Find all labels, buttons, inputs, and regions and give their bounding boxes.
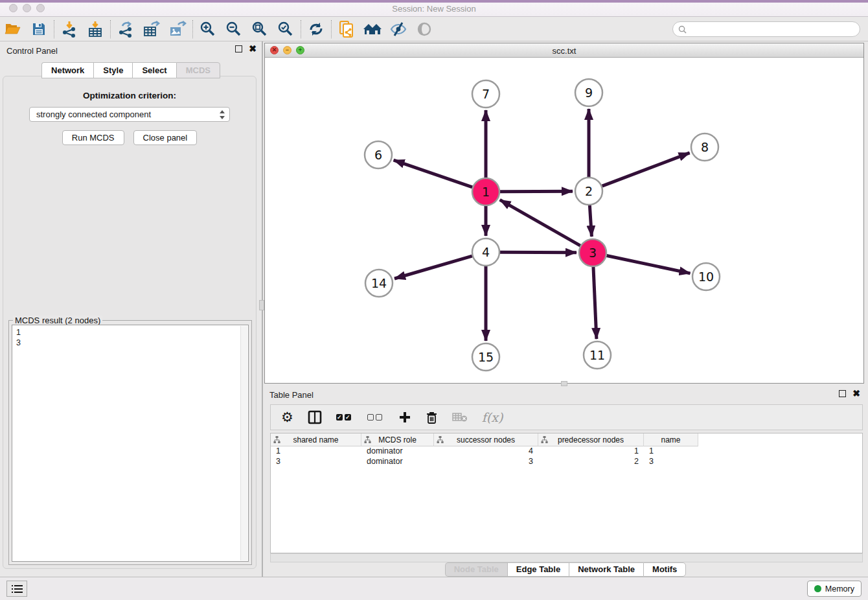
open-file-icon[interactable] (0, 19, 26, 40)
hierarchy-icon (541, 436, 548, 443)
tab-mcds[interactable]: MCDS (176, 62, 220, 78)
table-cell[interactable]: 1 (271, 446, 361, 457)
memory-status-icon (814, 585, 821, 592)
first-neighbors-icon[interactable] (303, 19, 329, 40)
node-label-3: 3 (589, 246, 597, 260)
edge-3-11[interactable] (593, 267, 597, 339)
close-panel-button[interactable]: Close panel (133, 130, 198, 145)
table-cell[interactable]: 3 (271, 457, 361, 467)
zoom-in-icon[interactable] (195, 19, 221, 40)
tab-network-table[interactable]: Network Table (569, 562, 643, 577)
tab-style[interactable]: Style (93, 62, 132, 78)
node-label-7: 7 (482, 87, 490, 101)
search-input[interactable] (690, 25, 860, 34)
edge-3-10[interactable] (607, 256, 691, 273)
mcds-panel: Optimization criterion: strongly connect… (3, 76, 257, 569)
zoom-fit-icon[interactable] (247, 19, 273, 40)
edge-2-3[interactable] (589, 205, 591, 237)
export-network-icon[interactable] (113, 19, 139, 40)
memory-button[interactable]: Memory (807, 581, 862, 597)
table-cell[interactable]: 1 (644, 446, 698, 457)
close-panel-icon[interactable]: ✖ (249, 45, 257, 52)
criterion-selected-value: strongly connected component (36, 110, 219, 119)
float-table-panel-icon[interactable] (839, 390, 846, 397)
node-label-2: 2 (585, 184, 593, 198)
table-cell[interactable]: 4 (434, 446, 538, 457)
result-line: 3 (16, 338, 248, 348)
tab-select[interactable]: Select (132, 62, 176, 78)
table-row[interactable]: 1dominator411 (271, 446, 862, 457)
table-header-row: shared nameMCDS rolesuccessor nodesprede… (271, 433, 862, 446)
table-cell[interactable]: 3 (434, 457, 538, 467)
import-table-icon[interactable] (82, 19, 108, 40)
network-graph[interactable]: 7968124314101511 (266, 58, 863, 382)
network-frame-titlebar[interactable]: ✕ − + scc.txt (265, 43, 863, 58)
export-image-icon[interactable] (165, 19, 190, 40)
hide-graphics-icon[interactable] (385, 19, 411, 40)
node-label-11: 11 (589, 348, 605, 362)
zoom-out-icon[interactable] (221, 19, 247, 40)
mcds-result-group: MCDS result (2 nodes) 13 (8, 320, 252, 565)
table-cell[interactable]: dominator (361, 446, 434, 457)
column-header-predecessor-nodes[interactable]: predecessor nodes (538, 433, 644, 446)
edge-1-2[interactable] (500, 191, 573, 192)
main-toolbar (0, 17, 868, 41)
clone-network-icon[interactable] (334, 19, 360, 40)
table-cell[interactable]: 2 (538, 457, 644, 467)
network-view-frame: ✕ − + scc.txt 7968124314101511 (264, 43, 864, 384)
node-label-8: 8 (701, 140, 709, 154)
task-history-button[interactable] (6, 581, 27, 597)
split-columns-icon[interactable] (308, 408, 322, 426)
edge-4-14[interactable] (394, 256, 472, 279)
save-session-icon[interactable] (26, 19, 52, 40)
search-box[interactable] (672, 21, 860, 37)
table-row[interactable]: 3dominator323 (271, 457, 862, 467)
table-panel-title: Table Panel (269, 390, 314, 400)
toolbar-separator (192, 20, 193, 38)
node-label-15: 15 (478, 350, 494, 364)
add-column-icon[interactable] (398, 408, 411, 426)
tab-network[interactable]: Network (41, 62, 93, 78)
run-mcds-button[interactable]: Run MCDS (62, 130, 124, 145)
edge-2-8[interactable] (602, 153, 690, 186)
tab-node-table[interactable]: Node Table (445, 562, 507, 577)
column-header-name[interactable]: name (644, 433, 698, 446)
table-panel: Table Panel ✖ ⚙ ✓✓ (263, 385, 868, 577)
result-scrollbar[interactable] (240, 326, 247, 560)
table-tabs: Node TableEdge TableNetwork TableMotifs (263, 562, 868, 577)
select-all-icon[interactable]: ✓✓ (336, 408, 353, 426)
gear-icon[interactable]: ⚙ (281, 408, 293, 426)
column-header-shared-name[interactable]: shared name (271, 433, 361, 446)
tab-edge-table[interactable]: Edge Table (507, 562, 569, 577)
table-cell[interactable]: 1 (538, 446, 644, 457)
criterion-select[interactable]: strongly connected component (29, 107, 230, 122)
result-line: 1 (16, 327, 248, 338)
network-canvas[interactable]: 7968124314101511 (266, 58, 863, 382)
column-header-successor-nodes[interactable]: successor nodes (434, 433, 538, 446)
edge-4-3[interactable] (500, 252, 577, 253)
export-table-icon[interactable] (139, 19, 165, 40)
list-icon (12, 584, 23, 594)
node-label-10: 10 (698, 270, 714, 284)
float-panel-icon[interactable] (235, 45, 242, 52)
table-hscrollbar[interactable] (270, 553, 863, 562)
column-header-MCDS-role[interactable]: MCDS role (361, 433, 434, 446)
window-title: Session: New Session (0, 4, 868, 14)
tab-motifs[interactable]: Motifs (643, 562, 686, 577)
node-table[interactable]: shared nameMCDS rolesuccessor nodesprede… (270, 433, 863, 553)
delete-column-icon[interactable] (426, 408, 438, 426)
table-toolbar: ⚙ ✓✓ (270, 404, 863, 430)
mcds-result-list[interactable]: 13 (12, 325, 249, 562)
zoom-selected-icon[interactable] (273, 19, 299, 40)
status-bar: Memory (0, 577, 868, 600)
close-table-panel-icon[interactable]: ✖ (852, 390, 860, 397)
table-cell[interactable]: dominator (361, 457, 434, 467)
edge-1-6[interactable] (394, 160, 473, 187)
toolbar-separator (110, 20, 111, 38)
edge-3-1[interactable] (500, 200, 580, 246)
import-network-icon[interactable] (56, 19, 82, 40)
node-label-1: 1 (482, 185, 490, 199)
table-cell[interactable]: 3 (644, 457, 698, 467)
deselect-all-icon[interactable] (367, 408, 384, 426)
home-icon[interactable] (360, 19, 385, 40)
